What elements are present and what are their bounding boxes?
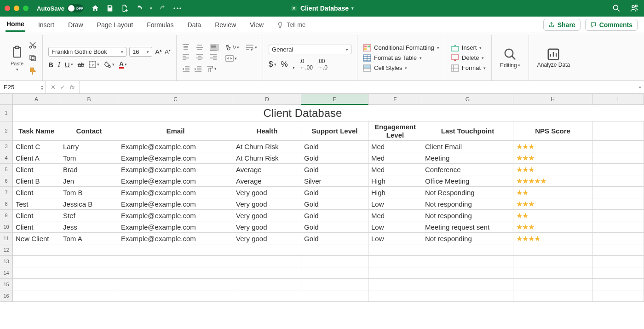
cell[interactable]: [422, 290, 513, 302]
align-bottom-icon[interactable]: [210, 44, 219, 51]
cell-engagement[interactable]: Low: [368, 198, 422, 210]
cell-task[interactable]: Client B: [13, 175, 60, 187]
cell-contact[interactable]: Tom B: [60, 187, 118, 198]
cell-nps[interactable]: ★★★: [513, 141, 592, 152]
cell[interactable]: [592, 267, 644, 279]
cell-engagement[interactable]: Low: [368, 233, 422, 244]
cell-nps[interactable]: ★★★: [513, 198, 592, 210]
tab-page-layout[interactable]: Page Layout: [96, 18, 134, 31]
cell[interactable]: [592, 105, 644, 121]
cell-task[interactable]: New Client: [13, 233, 60, 244]
row-header[interactable]: 11: [0, 233, 13, 244]
column-title[interactable]: Contact: [60, 121, 118, 141]
row-header[interactable]: 13: [0, 256, 13, 267]
cell[interactable]: [592, 210, 644, 221]
cell-email[interactable]: Example@example.com: [118, 210, 233, 221]
cell-support[interactable]: Gold: [301, 210, 368, 221]
cell[interactable]: [513, 244, 592, 256]
bold-button[interactable]: B: [48, 61, 53, 69]
row-header[interactable]: 16: [0, 290, 13, 302]
cell[interactable]: [60, 244, 118, 256]
cell-contact[interactable]: Jen: [60, 175, 118, 187]
cell-task[interactable]: Client: [13, 210, 60, 221]
row-header[interactable]: 2: [0, 121, 13, 141]
home-icon[interactable]: [91, 4, 99, 12]
column-title[interactable]: NPS Score: [513, 121, 592, 141]
cell-nps[interactable]: ★★★★★: [513, 175, 592, 187]
cell-nps[interactable]: ★★★: [513, 152, 592, 164]
font-size-select[interactable]: 16▾: [129, 47, 152, 57]
font-color-button[interactable]: A▾: [119, 60, 126, 69]
fill-color-button[interactable]: ▾: [104, 61, 115, 68]
cell[interactable]: [13, 279, 60, 290]
increase-decimal-icon[interactable]: .0←.00: [299, 58, 313, 71]
cell-support[interactable]: Silver: [301, 175, 368, 187]
cell[interactable]: [233, 267, 301, 279]
rtl-button[interactable]: ▾: [206, 65, 217, 72]
maximize-window-button[interactable]: [23, 6, 29, 11]
align-middle-icon[interactable]: [196, 44, 205, 51]
row-header[interactable]: 8: [0, 198, 13, 210]
comments-button[interactable]: Comments: [585, 19, 638, 31]
cell[interactable]: [301, 290, 368, 302]
cell-email[interactable]: Example@example.com: [118, 198, 233, 210]
cell-touchpoint[interactable]: Not responding: [422, 198, 513, 210]
cell[interactable]: [13, 290, 60, 302]
column-title[interactable]: Email: [118, 121, 233, 141]
cell-task[interactable]: Test: [13, 198, 60, 210]
cell-health[interactable]: Very good: [233, 198, 301, 210]
fx-icon[interactable]: fx: [70, 84, 75, 91]
cancel-formula-icon[interactable]: ✕: [51, 84, 56, 91]
align-right-icon[interactable]: [210, 53, 219, 60]
row-header[interactable]: 4: [0, 152, 13, 164]
tab-draw[interactable]: Draw: [67, 18, 84, 31]
redo-icon[interactable]: [159, 4, 167, 12]
cell-contact[interactable]: Jess: [60, 221, 118, 233]
cell[interactable]: [118, 290, 233, 302]
share-people-icon[interactable]: [629, 4, 639, 13]
column-header-H[interactable]: H: [513, 94, 592, 105]
tell-me[interactable]: Tell me: [276, 21, 305, 29]
sheet-title[interactable]: Client Database: [13, 105, 592, 121]
increase-indent-icon[interactable]: [194, 65, 201, 72]
copy-icon[interactable]: [29, 54, 37, 62]
format-as-table-button[interactable]: Format as Table▾: [363, 54, 439, 62]
row-header[interactable]: 6: [0, 175, 13, 187]
cell-support[interactable]: Gold: [301, 141, 368, 152]
cell[interactable]: [301, 267, 368, 279]
cell[interactable]: [301, 244, 368, 256]
cell[interactable]: [233, 290, 301, 302]
cell-engagement[interactable]: High: [368, 175, 422, 187]
row-header[interactable]: 10: [0, 221, 13, 233]
cell-health[interactable]: Very good: [233, 233, 301, 244]
cell[interactable]: [592, 279, 644, 290]
cell-engagement[interactable]: Med: [368, 210, 422, 221]
orientation-button[interactable]: ab↻▾: [225, 44, 239, 51]
cell[interactable]: [118, 244, 233, 256]
cell[interactable]: [60, 279, 118, 290]
cell[interactable]: [592, 187, 644, 198]
cell-support[interactable]: Gold: [301, 187, 368, 198]
cell-touchpoint[interactable]: Not responding: [422, 233, 513, 244]
percent-button[interactable]: %: [281, 60, 288, 69]
align-left-icon[interactable]: [182, 53, 191, 60]
cell-touchpoint[interactable]: Client Email: [422, 141, 513, 152]
cell[interactable]: [118, 279, 233, 290]
border-button[interactable]: ▾: [89, 61, 99, 68]
cell[interactable]: [233, 256, 301, 267]
cell-touchpoint[interactable]: Meeting request sent: [422, 221, 513, 233]
decrease-indent-icon[interactable]: [182, 65, 190, 72]
cell[interactable]: [592, 141, 644, 152]
cell-task[interactable]: Client: [13, 187, 60, 198]
row-header[interactable]: 7: [0, 187, 13, 198]
cell[interactable]: [60, 267, 118, 279]
cell[interactable]: [13, 256, 60, 267]
tab-review[interactable]: Review: [214, 18, 237, 31]
document-title[interactable]: Client Database ▾: [290, 5, 354, 12]
enter-formula-icon[interactable]: ✓: [60, 84, 65, 91]
column-title[interactable]: Health: [233, 121, 301, 141]
align-center-icon[interactable]: [196, 53, 205, 60]
cell-email[interactable]: Example@example.com: [118, 233, 233, 244]
name-box-stepper-icon[interactable]: ▲▼: [39, 84, 46, 91]
expand-formula-bar-icon[interactable]: ▾: [636, 81, 644, 93]
